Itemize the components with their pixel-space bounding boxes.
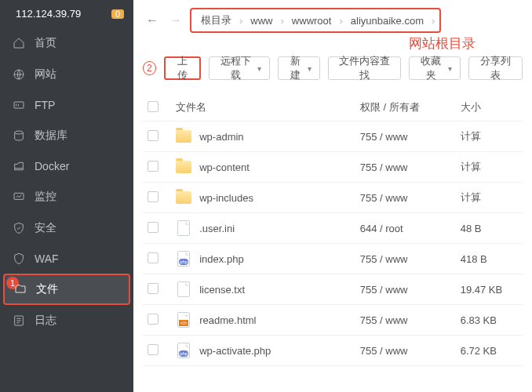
file-table: 文件名 权限 / 所有者 大小 wp-admin755 / www计算wp-co… [143, 94, 523, 366]
sidebar-item-label: Docker [35, 160, 69, 172]
sidebar-item-monitor[interactable]: 监控 [0, 181, 133, 212]
sidebar-item-docker[interactable]: Docker [0, 151, 133, 181]
file-perm: 755 / www [355, 152, 456, 183]
svg-rect-1 [14, 102, 24, 108]
server-ip: 112.124.39.79 [16, 8, 81, 20]
chevron-down-icon: ▾ [308, 64, 312, 73]
sidebar-header: 112.124.39.79 0 [0, 0, 133, 27]
sidebar-item-label: 文件 [36, 282, 58, 296]
table-row[interactable]: readme.html755 / www6.83 KB [143, 305, 523, 336]
sidebar-item-label: FTP [35, 99, 55, 111]
column-header-name[interactable]: 文件名 [171, 94, 355, 122]
file-name: .user.ini [199, 223, 235, 234]
sidebar-item-logs[interactable]: 日志 [0, 305, 133, 336]
row-checkbox[interactable] [148, 252, 159, 263]
breadcrumb: 根目录›www›wwwroot›aliyunbaike.com› [190, 8, 441, 33]
annotation-root-label: 网站根目录 [409, 34, 476, 53]
chevron-down-icon: ▾ [257, 64, 261, 73]
chevron-right-icon: › [337, 15, 344, 27]
sidebar-item-label: 网站 [35, 67, 56, 82]
row-checkbox[interactable] [148, 344, 159, 355]
logs-icon [13, 314, 25, 327]
file-icon [177, 281, 190, 297]
php-file-icon [177, 251, 190, 267]
file-perm: 755 / www [355, 244, 456, 274]
favorites-button[interactable]: 收藏夹▾ [409, 56, 461, 80]
table-row[interactable]: wp-includes755 / www计算 [143, 183, 523, 213]
breadcrumb-item[interactable]: aliyunbaike.com [344, 15, 430, 27]
row-checkbox[interactable] [148, 130, 159, 141]
ftp-icon [13, 99, 25, 111]
row-checkbox[interactable] [148, 314, 159, 325]
file-size[interactable]: 计算 [456, 122, 523, 152]
file-size[interactable]: 计算 [456, 183, 523, 213]
select-all-checkbox[interactable] [148, 101, 159, 112]
breadcrumb-item[interactable]: www [244, 15, 279, 27]
docker-icon [13, 160, 25, 172]
sidebar-item-ftp[interactable]: FTP [0, 90, 133, 120]
file-perm: 644 / root [355, 213, 456, 244]
sidebar-item-security[interactable]: 安全 [0, 212, 133, 244]
file-name: index.php [199, 253, 243, 265]
file-size[interactable]: 计算 [456, 152, 523, 183]
file-perm: 755 / www [355, 274, 456, 305]
table-row[interactable]: index.php755 / www418 B [143, 244, 523, 274]
database-icon [13, 129, 25, 142]
sidebar-item-website[interactable]: 网站 [0, 59, 133, 90]
row-checkbox[interactable] [148, 283, 159, 294]
monitor-icon [13, 191, 25, 203]
nav-forward-button[interactable]: → [166, 9, 185, 31]
sidebar-item-label: 日志 [35, 314, 56, 328]
sidebar-item-label: 首页 [35, 36, 56, 50]
upload-button[interactable]: 上传 [164, 56, 202, 80]
sidebar-item-waf[interactable]: WAF [0, 244, 133, 274]
content-search-button[interactable]: 文件内容查找 [328, 56, 401, 80]
new-button[interactable]: 新建▾ [278, 56, 320, 80]
file-name: license.txt [199, 284, 245, 296]
file-name: readme.html [199, 314, 256, 326]
notification-badge[interactable]: 0 [111, 9, 124, 19]
row-checkbox[interactable] [148, 161, 159, 172]
sidebar: 112.124.39.79 0 首页网站FTP数据库Docker监控安全WAF1… [0, 0, 133, 392]
folder-icon [176, 161, 191, 173]
table-row[interactable]: wp-activate.php755 / www6.72 KB [143, 336, 523, 366]
folder-icon [176, 130, 191, 143]
sidebar-item-label: WAF [35, 252, 59, 265]
html-file-icon [177, 312, 190, 328]
table-row[interactable]: .user.ini644 / root48 B [143, 213, 523, 244]
column-header-size[interactable]: 大小 [456, 94, 523, 122]
chevron-right-icon: › [430, 15, 436, 27]
folder-icon [176, 191, 191, 204]
file-perm: 755 / www [355, 305, 456, 336]
row-checkbox[interactable] [148, 222, 159, 233]
sidebar-item-files[interactable]: 1文件 [3, 274, 130, 305]
share-list-button[interactable]: 分享列表 [468, 56, 523, 80]
chevron-right-icon: › [238, 15, 244, 27]
breadcrumb-item[interactable]: 根目录 [195, 13, 238, 27]
file-name: wp-admin [199, 131, 243, 143]
file-size: 19.47 KB [456, 274, 523, 305]
table-row[interactable]: wp-content755 / www计算 [143, 152, 523, 183]
file-name: wp-content [199, 162, 250, 173]
home-icon [13, 37, 25, 49]
sidebar-item-database[interactable]: 数据库 [0, 120, 133, 151]
table-row[interactable]: license.txt755 / www19.47 KB [143, 274, 523, 305]
toolbar: 2 上传 远程下载▾ 新建▾ 文件内容查找 收藏夹▾ 分享列表 [143, 56, 523, 80]
security-icon [13, 222, 25, 234]
file-perm: 755 / www [355, 122, 456, 152]
main-panel: ← → 根目录›www›wwwroot›aliyunbaike.com› 网站根… [133, 0, 532, 392]
sidebar-item-label: 数据库 [35, 129, 67, 143]
sidebar-item-home[interactable]: 首页 [0, 27, 133, 59]
waf-icon [13, 252, 25, 265]
column-header-perm[interactable]: 权限 / 所有者 [355, 94, 456, 122]
table-row[interactable]: wp-admin755 / www计算 [143, 122, 523, 152]
files-icon [14, 283, 27, 296]
row-checkbox[interactable] [148, 191, 159, 202]
breadcrumb-item[interactable]: wwwroot [286, 15, 338, 27]
file-size: 6.83 KB [456, 305, 523, 336]
annotation-step-2: 2 [143, 61, 156, 75]
nav-back-button[interactable]: ← [143, 9, 162, 31]
remote-download-button[interactable]: 远程下载▾ [209, 56, 270, 80]
file-size: 6.72 KB [456, 336, 523, 366]
file-name: wp-activate.php [199, 345, 271, 357]
